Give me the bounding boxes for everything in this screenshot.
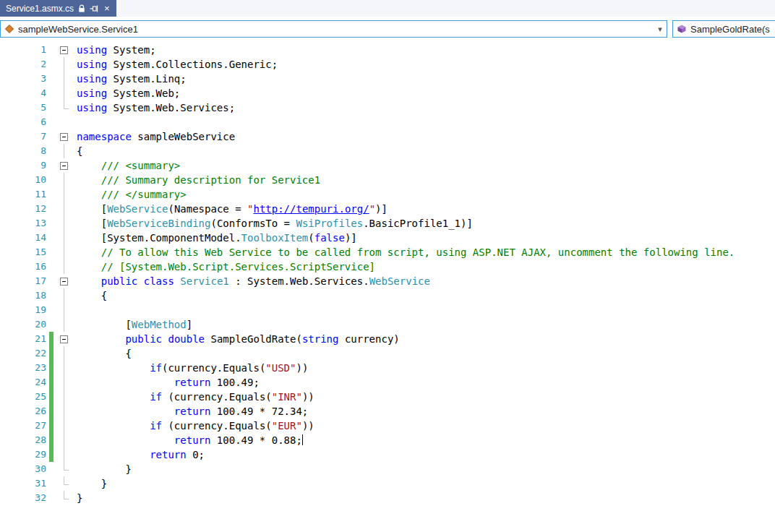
code-text[interactable]: using System; — [75, 43, 156, 57]
line-number[interactable]: 2 — [0, 57, 46, 72]
code-text[interactable]: return 100.49 * 72.34; — [75, 404, 308, 419]
code-line[interactable]: 27 if (currency.Equals("EUR")) — [0, 419, 775, 433]
code-line[interactable]: 13 [WebServiceBinding(ConformsTo = WsiPr… — [0, 216, 775, 231]
code-line[interactable]: 16 // [System.Web.Script.Services.Script… — [0, 259, 775, 274]
code-line[interactable]: 30 } — [0, 462, 775, 476]
collapse-box-icon[interactable] — [60, 162, 68, 170]
line-number[interactable]: 25 — [0, 390, 46, 404]
code-text[interactable] — [75, 115, 77, 129]
collapse-box-icon[interactable] — [60, 133, 68, 141]
code-text[interactable]: { — [75, 288, 107, 303]
code-text[interactable]: { — [75, 144, 82, 158]
line-number[interactable]: 5 — [0, 100, 46, 115]
code-line[interactable]: 5using System.Web.Services; — [0, 100, 775, 115]
code-text[interactable]: [WebServiceBinding(ConformsTo = WsiProfi… — [75, 216, 473, 231]
code-text[interactable]: return 100.49; — [75, 375, 260, 390]
line-number[interactable]: 11 — [0, 187, 46, 202]
code-line[interactable]: 19 — [0, 303, 775, 317]
line-number[interactable]: 14 — [0, 231, 46, 245]
line-number[interactable]: 28 — [0, 433, 46, 447]
line-number[interactable]: 27 — [0, 419, 46, 433]
code-text[interactable]: if (currency.Equals("EUR")) — [75, 419, 314, 433]
code-line[interactable]: 18 { — [0, 288, 775, 303]
code-line[interactable]: 7namespace sampleWebService — [0, 129, 775, 144]
code-text[interactable]: namespace sampleWebService — [75, 129, 235, 144]
line-number[interactable]: 24 — [0, 375, 46, 390]
code-line[interactable]: 10 /// Summary description for Service1 — [0, 173, 775, 187]
code-line[interactable]: 22 { — [0, 346, 775, 361]
code-text[interactable]: public double SampleGoldRate(string curr… — [75, 332, 400, 346]
close-icon[interactable]: × — [103, 4, 111, 13]
code-text[interactable]: using System.Web; — [75, 86, 180, 100]
code-line[interactable]: 8{ — [0, 144, 775, 158]
code-text[interactable]: using System.Collections.Generic; — [75, 57, 278, 72]
code-text[interactable]: } — [75, 462, 132, 476]
code-text[interactable]: } — [75, 491, 82, 505]
code-line[interactable]: 9 /// <summary> — [0, 158, 775, 173]
code-line[interactable]: 4using System.Web; — [0, 86, 775, 100]
code-line[interactable]: 23 if(currency.Equals("USD")) — [0, 361, 775, 375]
code-editor[interactable]: 1using System;2using System.Collections.… — [0, 38, 775, 505]
collapse-box-icon[interactable] — [60, 335, 68, 343]
code-text[interactable]: /// </summary> — [75, 187, 187, 202]
code-text[interactable]: // To allow this Web Service to be calle… — [75, 245, 735, 259]
line-number[interactable]: 1 — [0, 43, 46, 57]
code-text[interactable]: return 100.49 * 0.88; — [75, 433, 303, 447]
code-text[interactable] — [75, 303, 77, 317]
collapse-box-icon[interactable] — [60, 278, 68, 286]
code-text[interactable]: using System.Linq; — [75, 72, 187, 86]
code-line[interactable]: 31 } — [0, 476, 775, 491]
line-number[interactable]: 12 — [0, 202, 46, 216]
line-number[interactable]: 20 — [0, 317, 46, 332]
code-text[interactable]: [WebService(Namespace = "http://tempuri.… — [75, 202, 388, 216]
pin-icon[interactable] — [90, 4, 99, 13]
line-number[interactable]: 3 — [0, 72, 46, 86]
tab-service1[interactable]: Service1.asmx.cs × — [0, 0, 116, 17]
code-text[interactable]: [WebMethod] — [75, 317, 192, 332]
line-number[interactable]: 13 — [0, 216, 46, 231]
scope-dropdown[interactable]: sampleWebService.Service1 ▾ — [0, 20, 667, 38]
line-number[interactable]: 9 — [0, 158, 46, 173]
line-number[interactable]: 32 — [0, 491, 46, 505]
line-number[interactable]: 17 — [0, 274, 46, 288]
code-line[interactable]: 29 return 0; — [0, 447, 775, 462]
code-line[interactable]: 3using System.Linq; — [0, 72, 775, 86]
line-number[interactable]: 29 — [0, 447, 46, 462]
code-text[interactable]: public class Service1 : System.Web.Servi… — [75, 274, 430, 288]
collapse-box-icon[interactable] — [60, 46, 68, 54]
code-text[interactable]: using System.Web.Services; — [75, 100, 235, 115]
member-dropdown[interactable]: SampleGoldRate(s — [672, 20, 775, 38]
code-text[interactable]: { — [75, 346, 132, 361]
code-text[interactable]: /// <summary> — [75, 158, 180, 173]
line-number[interactable]: 15 — [0, 245, 46, 259]
code-text[interactable]: return 0; — [75, 447, 205, 462]
chevron-down-icon[interactable]: ▾ — [654, 25, 667, 34]
code-line[interactable]: 17 public class Service1 : System.Web.Se… — [0, 274, 775, 288]
code-line[interactable]: 11 /// </summary> — [0, 187, 775, 202]
fold-collapse-marker[interactable] — [53, 274, 75, 288]
code-text[interactable]: if(currency.Equals("USD")) — [75, 361, 308, 375]
fold-collapse-marker[interactable] — [53, 43, 75, 57]
line-number[interactable]: 31 — [0, 476, 46, 491]
line-number[interactable]: 23 — [0, 361, 46, 375]
code-text[interactable]: /// Summary description for Service1 — [75, 173, 320, 187]
line-number[interactable]: 6 — [0, 115, 46, 129]
line-number[interactable]: 30 — [0, 462, 46, 476]
line-number[interactable]: 10 — [0, 173, 46, 187]
code-line[interactable]: 1using System; — [0, 43, 775, 57]
code-line[interactable]: 25 if (currency.Equals("INR")) — [0, 390, 775, 404]
code-line[interactable]: 20 [WebMethod] — [0, 317, 775, 332]
code-line[interactable]: 28 return 100.49 * 0.88; — [0, 433, 775, 447]
fold-collapse-marker[interactable] — [53, 129, 75, 144]
code-line[interactable]: 14 [System.ComponentModel.ToolboxItem(fa… — [0, 231, 775, 245]
code-text[interactable]: [System.ComponentModel.ToolboxItem(false… — [75, 231, 357, 245]
code-line[interactable]: 21 public double SampleGoldRate(string c… — [0, 332, 775, 346]
code-line[interactable]: 24 return 100.49; — [0, 375, 775, 390]
code-text[interactable]: } — [75, 476, 107, 491]
code-line[interactable]: 32} — [0, 491, 775, 505]
code-line[interactable]: 6 — [0, 115, 775, 129]
code-line[interactable]: 15 // To allow this Web Service to be ca… — [0, 245, 775, 259]
line-number[interactable]: 16 — [0, 259, 46, 274]
fold-collapse-marker[interactable] — [53, 158, 75, 173]
line-number[interactable]: 18 — [0, 288, 46, 303]
